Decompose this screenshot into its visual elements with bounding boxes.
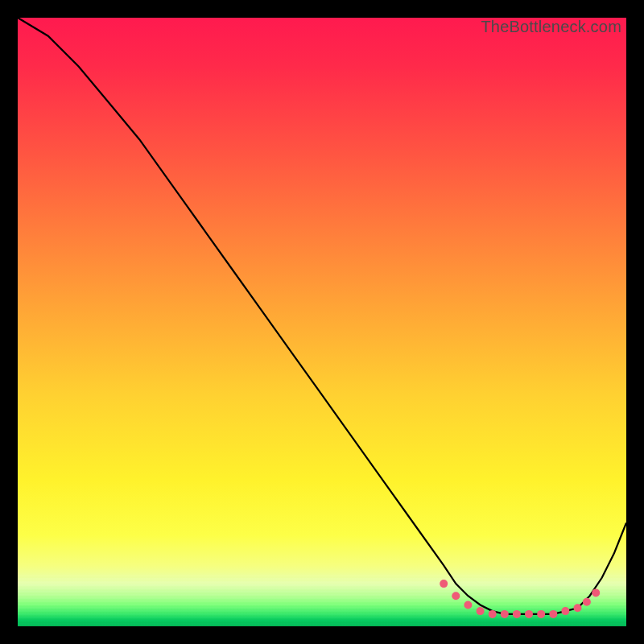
plot-area: TheBottleneck.com	[18, 18, 626, 626]
chart-frame: { "watermark": "TheBottleneck.com", "col…	[0, 0, 644, 644]
trough-marker	[513, 610, 521, 618]
trough-marker	[537, 610, 545, 618]
trough-marker	[440, 580, 448, 588]
trough-marker	[583, 598, 591, 606]
trough-marker	[574, 604, 582, 612]
trough-markers	[440, 580, 600, 618]
trough-marker	[452, 592, 460, 600]
bottleneck-curve	[18, 18, 626, 626]
trough-marker	[477, 607, 485, 615]
curve-line	[18, 18, 626, 614]
watermark-text: TheBottleneck.com	[481, 18, 621, 36]
trough-marker	[549, 610, 557, 618]
trough-marker	[592, 588, 600, 597]
trough-marker	[525, 610, 533, 618]
trough-marker	[489, 610, 497, 618]
trough-marker	[501, 610, 509, 618]
trough-marker	[561, 607, 569, 615]
trough-marker	[464, 601, 472, 609]
